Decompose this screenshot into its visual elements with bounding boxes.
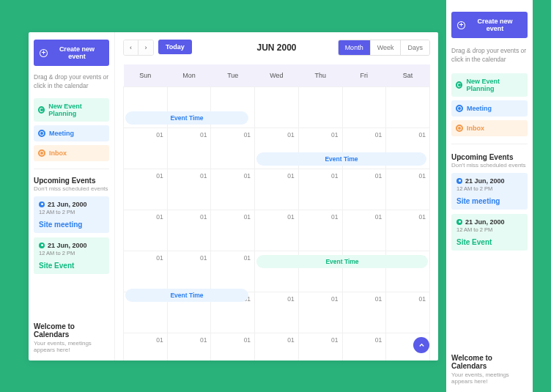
event-chip-label: Event Time: [170, 292, 203, 299]
dot-icon: [38, 149, 45, 157]
day-number: 01: [375, 172, 382, 180]
welcome-section: Welcome to Calendars Your events, meetin…: [451, 354, 528, 385]
calendar-cell[interactable]: 01: [255, 169, 299, 210]
create-event-button[interactable]: Create new event: [34, 40, 109, 66]
tag-new-event-planning[interactable]: New Event Planning: [451, 73, 528, 97]
tag-inbox[interactable]: Inbox: [451, 120, 528, 136]
calendar-topbar: ‹ › Today JUN 2000 Month Week Days: [123, 40, 430, 56]
welcome-subtitle: Your events, meetings appears here!: [451, 371, 528, 385]
event-chip-label: Event Time: [170, 114, 203, 122]
dot-icon: [456, 178, 462, 184]
calendar-cell[interactable]: 01: [124, 210, 168, 251]
view-days-button[interactable]: Days: [400, 40, 429, 55]
scroll-up-button[interactable]: [413, 337, 429, 353]
calendar-cell[interactable]: 01: [298, 333, 342, 361]
calendar-cell[interactable]: 01: [211, 210, 255, 251]
upcoming-date: 21 Jun, 2000: [465, 218, 505, 226]
view-week-button[interactable]: Week: [370, 40, 401, 55]
next-month-button[interactable]: ›: [138, 40, 153, 55]
upcoming-card-meeting[interactable]: 21 Jun, 2000 12 AM to 2 PM Site meeting: [451, 173, 528, 210]
event-chip[interactable]: Event Time: [125, 289, 248, 302]
calendar-cell[interactable]: 01: [124, 251, 168, 292]
tag-meeting[interactable]: Meeting: [34, 125, 109, 141]
calendar-cell[interactable]: 01: [211, 128, 255, 169]
calendar-cell[interactable]: 01: [386, 292, 430, 333]
calendar-cell[interactable]: 01: [211, 333, 255, 361]
upcoming-date: 21 Jun, 2000: [465, 177, 505, 185]
calendar-cell[interactable]: 01: [386, 169, 430, 210]
welcome-subtitle: Your events, meetings appears here!: [34, 340, 109, 353]
calendar-cell[interactable]: [342, 87, 386, 128]
create-event-button[interactable]: Create new event: [451, 12, 528, 38]
calendar-cell[interactable]: 01: [167, 128, 211, 169]
calendar-cell[interactable]: 01: [211, 169, 255, 210]
calendar-cell[interactable]: 01: [255, 210, 299, 251]
day-number: 01: [244, 336, 251, 344]
calendar-cell[interactable]: 01: [298, 292, 342, 333]
upcoming-card-event[interactable]: 21 Jun, 2000 12 AM to 2 PM Site Event: [34, 237, 109, 274]
calendar-cell[interactable]: 01: [255, 292, 299, 333]
upcoming-card-meeting[interactable]: 21 Jun, 2000 12 AM to 2 PM Site meeting: [34, 196, 109, 233]
tag-meeting[interactable]: Meeting: [451, 100, 528, 117]
day-number: 01: [331, 172, 338, 180]
calendar-cell[interactable]: 01: [167, 210, 211, 251]
upcoming-card-event[interactable]: 21 Jun, 2000 12 AM to 2 PM Site Event: [451, 214, 528, 251]
calendar-cell[interactable]: [298, 87, 342, 128]
dot-icon: [456, 105, 463, 112]
upcoming-title: Site Event: [39, 262, 104, 270]
chevron-right-icon: ›: [145, 44, 147, 51]
dot-icon: [39, 201, 45, 207]
event-chip[interactable]: Event Time: [256, 152, 426, 166]
calendar-cell[interactable]: 01: [255, 333, 299, 361]
upcoming-time: 12 AM to 2 PM: [456, 185, 522, 192]
calendar-cell[interactable]: [255, 87, 299, 128]
calendar-cell[interactable]: 01: [342, 210, 386, 251]
sidebar-instructions: Drag & drop your events or click in the …: [34, 73, 109, 91]
calendar-cell[interactable]: 01: [342, 333, 386, 361]
calendar-cell[interactable]: 01: [386, 210, 430, 251]
day-number: 01: [331, 336, 338, 344]
upcoming-title: Site Event: [456, 238, 522, 246]
today-button[interactable]: Today: [158, 40, 192, 54]
day-number: 01: [419, 172, 426, 180]
event-chip-label: Event Time: [325, 155, 358, 163]
event-chip[interactable]: Event Time: [256, 255, 428, 268]
calendar-cell[interactable]: 01: [124, 128, 168, 169]
day-number: 01: [244, 131, 251, 138]
day-number: 01: [200, 131, 207, 138]
upcoming-events-section: Upcoming Events Don't miss scheduled eve…: [451, 153, 528, 251]
day-number: 01: [244, 213, 251, 221]
tag-inbox[interactable]: Inbox: [34, 145, 109, 161]
tag-new-event-planning[interactable]: New Event Planning: [34, 98, 109, 122]
calendar-cell[interactable]: 01: [124, 333, 168, 361]
view-month-button[interactable]: Month: [339, 40, 370, 55]
day-number: 01: [375, 213, 382, 221]
upcoming-title: Site meeting: [39, 221, 104, 229]
calendar-main: ‹ › Today JUN 2000 Month Week Days Sun M…: [115, 32, 438, 360]
calendar-cell[interactable]: [386, 87, 430, 128]
calendar-cell[interactable]: 01: [211, 251, 255, 292]
day-number: 01: [287, 172, 294, 180]
section-subtitle: Don't miss scheduled events: [451, 162, 528, 169]
day-number: 01: [287, 336, 294, 344]
welcome-section: Welcome to Calendars Your events, meetin…: [34, 322, 109, 353]
day-header: Sat: [386, 64, 430, 87]
calendar-cell[interactable]: 01: [167, 333, 211, 361]
calendar-cell[interactable]: 01: [124, 169, 168, 210]
tag-list: New Event Planning Meeting Inbox: [34, 98, 109, 169]
day-number: 01: [375, 336, 382, 344]
day-header: Mon: [167, 64, 211, 87]
section-title: Upcoming Events: [34, 177, 109, 185]
calendar-cell[interactable]: 01: [298, 169, 342, 210]
event-chip[interactable]: Event Time: [125, 111, 248, 125]
prev-month-button[interactable]: ‹: [124, 40, 138, 55]
tag-list: New Event Planning Meeting Inbox: [451, 73, 528, 144]
calendar-cell[interactable]: 01: [342, 169, 386, 210]
day-number: 01: [287, 213, 294, 221]
tag-label: Inbox: [467, 125, 484, 132]
calendar-cell[interactable]: 01: [298, 210, 342, 251]
calendar-cell[interactable]: 01: [167, 169, 211, 210]
calendar-cell[interactable]: 01: [342, 292, 386, 333]
calendar-cell[interactable]: 01: [167, 251, 211, 292]
day-number: 01: [156, 254, 163, 262]
